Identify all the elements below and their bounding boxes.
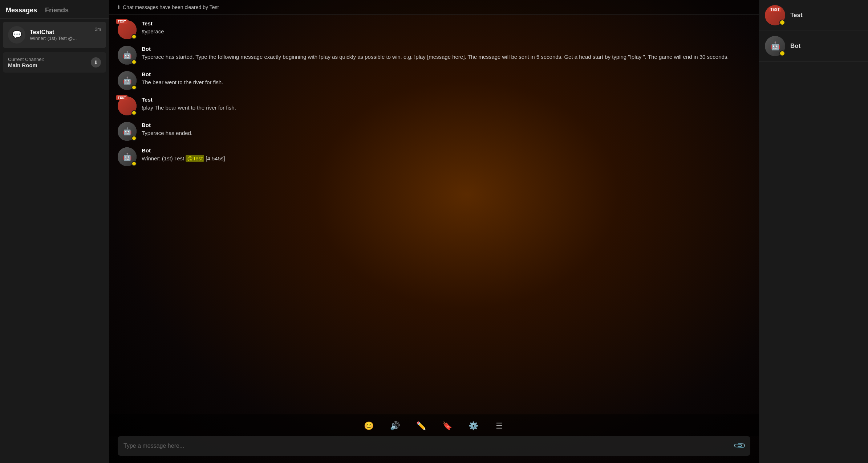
chat-toolbar: 😊 🔊 ✏️ 🔖 ⚙️ ☰ [109,414,759,436]
message-sender: Bot [142,46,750,52]
info-icon: ℹ [118,4,120,11]
mention-tag[interactable]: @Test [186,155,204,162]
winner-text-before: Winner: (1st) Test [142,155,186,161]
emoji-icon[interactable]: 😊 [362,419,375,433]
message-row: 🤖 Bot Winner: (1st) Test @Test [4.545s] [118,147,750,166]
test-badge: TEST [769,7,781,12]
current-channel-info: Current Channel: Main Room [8,57,44,68]
winner-message-text: Winner: (1st) Test @Test [4.545s] [142,155,750,163]
system-notice-text: Chat messages have been cleared by Test [123,4,219,10]
main-chat-area: ℹ Chat messages have been cleared by Tes… [109,0,759,463]
avatar: TEST [118,97,137,115]
message-text: !typerace [142,28,750,36]
status-dot [131,34,137,39]
system-notice: ℹ Chat messages have been cleared by Tes… [109,0,759,15]
current-channel[interactable]: Current Channel: Main Room ⬇ [3,52,106,73]
bot-status-dot [779,50,785,56]
chat-input-row: 📎 [118,436,750,456]
current-channel-name: Main Room [8,62,44,68]
chat-item-info: TestChat Winner: (1st) Test @... [30,29,90,41]
message-content: Test !play The bear went to the river fo… [142,97,750,112]
bookmark-icon[interactable]: 🔖 [441,419,454,433]
message-content: Bot Typerace has started. Type the follo… [142,46,750,61]
avatar: 🤖 [118,71,137,90]
message-content: Bot Typerace has ended. [142,122,750,138]
status-dot [131,60,137,65]
left-sidebar: Messages Friends 💬 TestChat Winner: (1st… [0,0,109,463]
winner-text-after: [4.545s] [204,155,225,161]
chat-item-icon: 💬 [8,26,25,44]
right-sidebar-user-name-bot: Bot [790,42,800,50]
channel-arrow-icon[interactable]: ⬇ [91,57,101,67]
message-text: Typerace has started. Type the following… [142,53,750,61]
sidebar-nav-friends[interactable]: Friends [45,5,72,16]
message-row: TEST Test !play The bear went to the riv… [118,97,750,115]
message-sender: Bot [142,71,750,77]
message-sender: Bot [142,147,750,153]
chat-item-time: 2m [95,27,101,32]
message-text: The bear went to the river for fish. [142,78,750,87]
chat-item-name: TestChat [30,29,90,36]
right-sidebar-user-name-test: Test [790,12,803,19]
avatar: 🤖 [118,147,137,166]
avatar: 🤖 [118,46,137,65]
bot-avatar-icon: 🤖 [770,41,780,51]
message-content: Bot Winner: (1st) Test @Test [4.545s] [142,147,750,163]
message-row: TEST Test !typerace [118,20,750,39]
message-row: 🤖 Bot Typerace has ended. [118,122,750,141]
status-dot [131,161,137,166]
chat-item-testchat[interactable]: 💬 TestChat Winner: (1st) Test @... 2m [3,22,106,48]
avatar-badge: TEST [116,95,127,100]
current-channel-label: Current Channel: [8,57,44,62]
user-entry-test[interactable]: TEST Test [759,0,868,31]
test-status-dot [779,20,785,25]
volume-icon[interactable]: 🔊 [388,419,401,433]
message-text: !play The bear went to the river for fis… [142,104,750,112]
pencil-icon[interactable]: ✏️ [414,419,427,433]
messages-area: TEST Test !typerace 🤖 Bot Typerace has s… [109,15,759,414]
message-row: 🤖 Bot Typerace has started. Type the fol… [118,46,750,65]
right-sidebar: TEST Test 🤖 Bot [759,0,868,463]
avatar-badge: TEST [116,19,127,24]
avatar: TEST [118,20,137,39]
sidebar-nav: Messages Friends [0,0,109,19]
attach-icon[interactable]: 📎 [733,439,746,452]
message-sender: Test [142,20,750,26]
settings-icon[interactable]: ⚙️ [467,419,480,433]
message-sender: Test [142,97,750,103]
right-avatar-bot: 🤖 [765,36,785,56]
status-dot [131,136,137,141]
message-text: Typerace has ended. [142,129,750,138]
message-sender: Bot [142,122,750,128]
message-row: 🤖 Bot The bear went to the river for fis… [118,71,750,90]
sidebar-nav-messages[interactable]: Messages [6,5,41,16]
menu-icon[interactable]: ☰ [493,419,506,433]
user-entry-bot[interactable]: 🤖 Bot [759,31,868,62]
message-content: Bot The bear went to the river for fish. [142,71,750,87]
status-dot [131,85,137,90]
chat-input[interactable] [123,443,735,449]
chat-item-preview: Winner: (1st) Test @... [30,36,90,41]
status-dot [131,110,137,115]
message-content: Test !typerace [142,20,750,36]
right-avatar-test: TEST [765,5,785,25]
avatar: 🤖 [118,122,137,141]
